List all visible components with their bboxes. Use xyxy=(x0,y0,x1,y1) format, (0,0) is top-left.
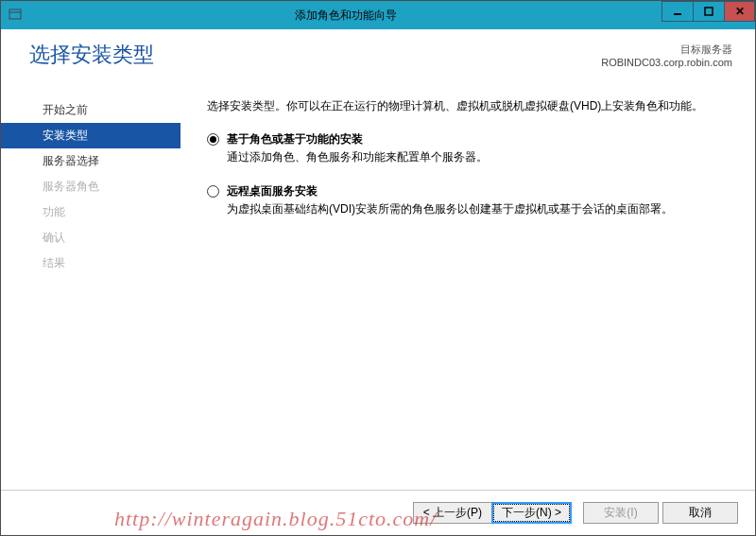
option-desc: 为虚拟桌面基础结构(VDI)安装所需的角色服务以创建基于虚拟机或基于会话的桌面部… xyxy=(227,200,673,218)
app-icon xyxy=(1,9,29,23)
titlebar: 添加角色和功能向导 ✕ xyxy=(1,1,755,29)
option-text: 基于角色或基于功能的安装 通过添加角色、角色服务和功能来配置单个服务器。 xyxy=(227,130,488,166)
svg-rect-3 xyxy=(705,8,713,15)
install-button: 安装(I) xyxy=(583,502,659,524)
previous-button[interactable]: < 上一步(P) xyxy=(413,502,491,524)
minimize-button[interactable] xyxy=(662,1,693,22)
wizard-body: 开始之前 安装类型 服务器选择 服务器角色 功能 确认 结果 选择安装类型。你可… xyxy=(1,86,755,490)
option-role-based[interactable]: 基于角色或基于功能的安装 通过添加角色、角色服务和功能来配置单个服务器。 xyxy=(207,130,727,166)
wizard-window: 添加角色和功能向导 ✕ 选择安装类型 目标服务器 ROBINDC03.corp.… xyxy=(0,0,756,536)
option-title: 远程桌面服务安装 xyxy=(227,182,673,200)
window-title: 添加角色和功能向导 xyxy=(29,8,662,24)
cancel-button[interactable]: 取消 xyxy=(662,502,738,524)
destination-label: 目标服务器 xyxy=(601,43,732,57)
step-before-begin[interactable]: 开始之前 xyxy=(1,97,180,123)
step-features: 功能 xyxy=(1,199,180,225)
destination-server: ROBINDC03.corp.robin.com xyxy=(601,57,732,68)
step-results: 结果 xyxy=(1,251,180,276)
step-install-type[interactable]: 安装类型 xyxy=(1,123,180,148)
radio-icon[interactable] xyxy=(207,133,219,146)
option-remote-desktop[interactable]: 远程桌面服务安装 为虚拟桌面基础结构(VDI)安装所需的角色服务以创建基于虚拟机… xyxy=(207,182,727,218)
intro-text: 选择安装类型。你可以在正在运行的物理计算机、虚拟机或脱机虚拟硬盘(VHD)上安装… xyxy=(207,97,727,115)
maximize-button[interactable] xyxy=(693,1,724,22)
wizard-footer: < 上一步(P) 下一步(N) > 安装(I) 取消 xyxy=(1,490,755,535)
option-desc: 通过添加角色、角色服务和功能来配置单个服务器。 xyxy=(227,148,488,166)
nav-button-group: < 上一步(P) 下一步(N) > xyxy=(413,502,572,524)
step-confirmation: 确认 xyxy=(1,225,180,251)
option-title: 基于角色或基于功能的安装 xyxy=(227,130,488,148)
close-button[interactable]: ✕ xyxy=(724,1,755,22)
steps-sidebar: 开始之前 安装类型 服务器选择 服务器角色 功能 确认 结果 xyxy=(1,86,180,490)
radio-icon[interactable] xyxy=(207,185,219,198)
wizard-header: 选择安装类型 目标服务器 ROBINDC03.corp.robin.com xyxy=(1,29,755,86)
window-controls: ✕ xyxy=(662,1,755,29)
svg-rect-0 xyxy=(9,9,21,19)
step-server-roles: 服务器角色 xyxy=(1,174,180,199)
page-title: 选择安装类型 xyxy=(29,41,154,69)
next-button[interactable]: 下一步(N) > xyxy=(491,502,572,524)
destination-info: 目标服务器 ROBINDC03.corp.robin.com xyxy=(601,41,736,68)
step-server-selection[interactable]: 服务器选择 xyxy=(1,148,180,174)
option-text: 远程桌面服务安装 为虚拟桌面基础结构(VDI)安装所需的角色服务以创建基于虚拟机… xyxy=(227,182,673,218)
content-pane: 选择安装类型。你可以在正在运行的物理计算机、虚拟机或脱机虚拟硬盘(VHD)上安装… xyxy=(180,86,755,490)
